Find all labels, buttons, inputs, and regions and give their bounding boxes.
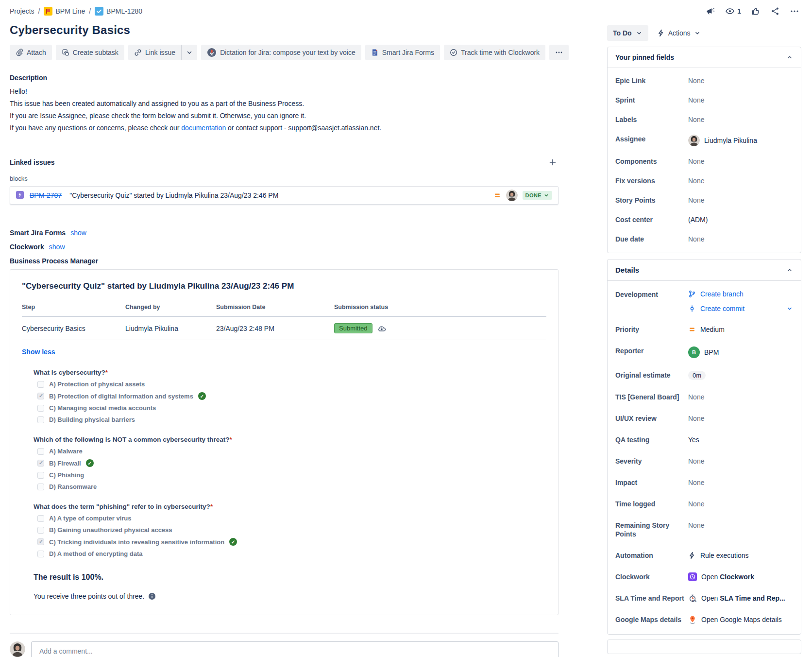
breadcrumb-project[interactable]: BPM Line [44, 7, 85, 16]
quiz-option[interactable]: B) Firewall✓ [37, 459, 546, 467]
breadcrumb-issue[interactable]: BPML-1280 [95, 7, 142, 16]
sidebar: To Do Actions Your pinned fields Epic Li… [607, 0, 801, 654]
linked-issue-status-dropdown[interactable]: DONE [523, 191, 552, 200]
field-epic-link[interactable]: Epic LinkNone [608, 71, 801, 90]
smart-jira-forms-button[interactable]: Smart Jira Forms [365, 45, 440, 60]
details-panel: Details Development Create branch Create… [607, 259, 801, 635]
project-avatar-icon [44, 7, 52, 16]
chevron-up-icon [786, 54, 793, 61]
field-due-date[interactable]: Due dateNone [608, 229, 801, 249]
checkbox-icon [37, 405, 44, 412]
create-subtask-button[interactable]: Create subtask [56, 45, 124, 60]
field-qa-testing[interactable]: QA testingYes [608, 429, 801, 450]
pinned-fields-header[interactable]: Your pinned fields [608, 47, 801, 68]
required-asterisk: * [230, 436, 232, 443]
create-commit-link[interactable]: Create commit [688, 305, 793, 312]
documentation-link[interactable]: documentation [181, 124, 226, 132]
status-actions-row: To Do Actions [607, 25, 801, 41]
col-submission-status: Submission status [334, 302, 546, 317]
checkbox-icon [37, 484, 44, 490]
field-assignee[interactable]: Assignee Liudmyla Pikulina [608, 129, 801, 152]
bpm-panel-title: "Cybersecurity Quiz" started by Liudmyla… [22, 281, 546, 291]
linked-issue-summary[interactable]: "Cybersecurity Quiz" started by Liudmyla… [69, 191, 488, 199]
field-remaining-story-points[interactable]: Remaining Story PointsNone [608, 515, 801, 545]
link-issue-more-button[interactable] [181, 45, 197, 60]
field-original-estimate[interactable]: Original estimate 0m [608, 364, 801, 386]
linked-issue-key[interactable]: BPM-2707 [30, 191, 62, 199]
comment-input[interactable] [31, 641, 558, 657]
assignee-avatar [688, 135, 700, 146]
paperclip-icon [16, 49, 23, 56]
link-icon [134, 49, 142, 56]
field-cost-center[interactable]: Cost center(ADM) [608, 210, 801, 229]
correct-answer-icon: ✓ [86, 459, 94, 467]
description-section: Description Hello! This issue has been c… [10, 74, 558, 134]
link-issue-button[interactable]: Link issue [128, 45, 181, 60]
description-line: If you have any questions or concerns, p… [10, 122, 558, 134]
dictation-button[interactable]: Dictation for Jira: compose your text by… [201, 45, 361, 60]
field-fix-versions[interactable]: Fix versionsNone [608, 171, 801, 190]
quiz-option[interactable]: D) Building physical barriers [37, 416, 546, 423]
field-impact[interactable]: ImpactNone [608, 472, 801, 493]
toolbar-more-button[interactable] [549, 45, 569, 60]
field-time-logged[interactable]: Time loggedNone [608, 493, 801, 515]
quiz-option[interactable]: D) Ransomware [37, 483, 546, 490]
info-icon[interactable] [148, 592, 156, 600]
field-reporter[interactable]: Reporter B BPM [608, 340, 801, 364]
breadcrumb-projects[interactable]: Projects [10, 7, 34, 15]
breadcrumb-separator: / [89, 7, 91, 15]
plus-icon [549, 158, 557, 166]
details-header[interactable]: Details [608, 259, 801, 281]
smart-jira-forms-show-link[interactable]: show [70, 229, 86, 237]
field-uiux-review[interactable]: UI/UX reviewNone [608, 408, 801, 429]
field-story-points[interactable]: Story PointsNone [608, 190, 801, 210]
field-automation[interactable]: Automation Rule executions [608, 545, 801, 566]
current-user-avatar [10, 641, 25, 657]
checkbox-icon [37, 472, 44, 479]
cloud-download-icon[interactable] [377, 325, 385, 332]
create-branch-link[interactable]: Create branch [688, 290, 793, 298]
field-priority[interactable]: Priority Medium [608, 319, 801, 340]
quiz-option[interactable]: A) Malware [37, 448, 546, 455]
status-dropdown[interactable]: To Do [607, 25, 648, 41]
track-time-button[interactable]: Track time with Clockwork [444, 45, 545, 60]
quiz-option[interactable]: C) Tricking individuals into revealing s… [37, 538, 546, 546]
quiz-option[interactable]: B) Protection of digital information and… [37, 392, 546, 400]
cell-submission-date: 23/Aug/23 2:48 PM [216, 317, 334, 340]
linked-issue-type-icon [16, 191, 25, 200]
quiz-option[interactable]: B) Gaining unauthorized physical access [37, 526, 546, 534]
development-expand-chevron[interactable] [786, 305, 793, 312]
link-relation-label: blocks [10, 175, 558, 182]
quiz-option[interactable]: D) A method of encrypting data [37, 550, 546, 557]
field-labels[interactable]: LabelsNone [608, 110, 801, 129]
checkbox-icon [37, 416, 44, 423]
add-linked-issue-button[interactable] [547, 156, 558, 168]
quiz-option[interactable]: A) A type of computer virus [37, 515, 546, 522]
attach-button[interactable]: Attach [10, 45, 52, 60]
quiz-option[interactable]: A) Protection of physical assets [37, 380, 546, 388]
clockwork-show-link[interactable]: show [49, 243, 65, 251]
field-clockwork[interactable]: Clockwork Open Clockwork [608, 566, 801, 588]
chevron-down-icon [636, 30, 643, 36]
required-asterisk: * [210, 503, 213, 510]
submitted-badge: Submitted [334, 323, 372, 333]
field-sprint[interactable]: SprintNone [608, 90, 801, 110]
smart-jira-forms-section: Smart Jira Forms show [10, 229, 558, 237]
show-less-link[interactable]: Show less [22, 348, 55, 356]
actions-dropdown[interactable]: Actions [657, 25, 701, 41]
field-google-maps[interactable]: Google Maps details Open Google Maps det… [608, 609, 801, 630]
quiz-result: The result is 100%. [34, 573, 546, 582]
field-components[interactable]: ComponentsNone [608, 152, 801, 171]
field-tis-general-board[interactable]: TIS [General Board]None [608, 386, 801, 408]
quiz-question: What is cybersecurity?* [34, 369, 546, 376]
quiz-option[interactable]: C) Phishing [37, 471, 546, 479]
chevron-down-icon [786, 305, 793, 312]
linked-issue-row[interactable]: BPM-2707 "Cybersecurity Quiz" started by… [10, 186, 558, 205]
quiz-option[interactable]: C) Managing social media accounts [37, 404, 546, 412]
clockwork-section: Clockwork show [10, 243, 558, 251]
submission-table: Step Changed by Submission Date Submissi… [22, 302, 546, 340]
ellipsis-icon [555, 49, 563, 56]
field-severity[interactable]: SeverityNone [608, 450, 801, 472]
col-submission-date: Submission Date [216, 302, 334, 317]
field-sla-time-report[interactable]: SLA Time and Report SLA Open SLA Time an… [608, 588, 801, 609]
